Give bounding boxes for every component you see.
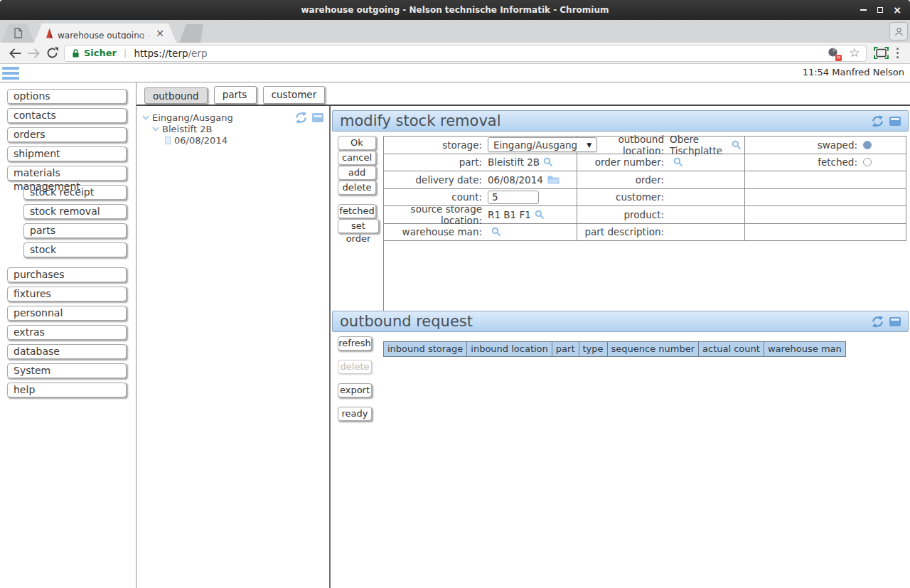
tab-outbound[interactable]: outbound: [144, 87, 208, 104]
fetched-button[interactable]: fetched: [338, 204, 376, 218]
sidebar-item-purchases[interactable]: purchases: [7, 267, 127, 282]
sidebar-item-help[interactable]: help: [7, 383, 127, 397]
window-maximize-button[interactable]: [872, 0, 889, 20]
leaf-document-icon: [165, 137, 171, 144]
back-button[interactable]: [6, 44, 24, 63]
part-value: Bleistift 2B: [488, 156, 540, 168]
column-header-type: type: [579, 341, 608, 357]
tree-node-label[interactable]: 06/08/2014: [174, 135, 228, 146]
search-icon[interactable]: [543, 157, 553, 167]
field-label: part description:: [577, 226, 664, 237]
ok-button[interactable]: Ok: [338, 136, 376, 150]
minimize-panel-icon[interactable]: [312, 113, 323, 122]
outbound-request-table-header: inbound storage inbound location part ty…: [383, 341, 846, 422]
extension-button[interactable]: ✕: [828, 47, 840, 60]
browser-tab-active[interactable]: warehouse outgoing - Ne ✕: [34, 23, 176, 43]
outbound-button-column: refresh delete export ready: [332, 336, 379, 422]
sidebar-item-shipment[interactable]: shipment: [7, 146, 127, 161]
tab-parts[interactable]: parts: [214, 86, 257, 104]
panel-header-icons: [871, 316, 901, 328]
chevron-down-icon[interactable]: [142, 115, 149, 120]
sidebar-item-personnal[interactable]: personnal: [7, 306, 127, 321]
sidebar: options contacts orders shipment materia…: [0, 82, 136, 588]
sidebar-item-contacts[interactable]: contacts: [7, 108, 127, 123]
field-storage: storage: Eingang/Ausgang ▼: [384, 137, 577, 154]
sidebar-item-database[interactable]: database: [7, 344, 127, 359]
cancel-button[interactable]: cancel: [338, 151, 376, 165]
delete-button[interactable]: delete: [338, 181, 376, 195]
maximize-icon: [877, 7, 883, 13]
sidebar-item-system[interactable]: System: [7, 363, 127, 378]
forward-button[interactable]: [24, 44, 43, 63]
tree-node-label[interactable]: Bleistift 2B: [162, 124, 212, 134]
calendar-folder-icon[interactable]: [547, 175, 560, 184]
count-input[interactable]: [488, 191, 539, 204]
search-icon[interactable]: [491, 227, 501, 237]
fetched-radio[interactable]: [863, 158, 872, 166]
export-button[interactable]: export: [338, 383, 372, 397]
minimize-icon: [860, 9, 867, 11]
hamburger-menu-button[interactable]: [2, 67, 19, 82]
refresh-icon[interactable]: [871, 115, 884, 127]
field-label: delivery date:: [384, 174, 482, 186]
add-button[interactable]: add: [338, 166, 376, 180]
field-label: source storage location:: [384, 203, 482, 226]
refresh-icon[interactable]: [871, 316, 884, 328]
window-controls: ×: [855, 0, 906, 20]
field-label: storage:: [384, 139, 482, 151]
sidebar-item-fixtures[interactable]: fixtures: [7, 287, 127, 301]
column-header-inbound-location: inbound location: [466, 341, 552, 357]
sidebar-item-stock-removal[interactable]: stock removal: [23, 204, 127, 219]
tab-customer[interactable]: customer: [263, 86, 326, 104]
tab-close-button[interactable]: ✕: [155, 28, 165, 38]
field-order: order:: [577, 171, 745, 189]
ready-button[interactable]: ready: [338, 407, 372, 421]
swaped-radio[interactable]: [863, 141, 872, 149]
empty-cell: [745, 224, 906, 242]
sidebar-item-stock-receipt[interactable]: stock receipt: [23, 185, 127, 200]
profile-button[interactable]: [889, 22, 908, 41]
browser-tab-inactive[interactable]: [1, 23, 34, 43]
set-order-button[interactable]: set order: [338, 219, 379, 233]
address-bar[interactable]: Sicher | https://terp /erp ✕ ☆: [64, 45, 867, 62]
search-icon[interactable]: [535, 210, 545, 220]
chevron-down-icon[interactable]: [152, 127, 159, 132]
reload-button[interactable]: [43, 44, 61, 63]
url-separator: |: [124, 48, 127, 58]
delete-request-button[interactable]: delete: [338, 360, 372, 374]
bookmark-star-icon[interactable]: ☆: [849, 47, 860, 59]
refresh-button[interactable]: refresh: [338, 336, 372, 351]
sidebar-item-orders[interactable]: orders: [7, 127, 127, 142]
field-warehouse-man: warehouse man:: [384, 224, 577, 242]
outbound-location-value: Obere Tischplatte: [670, 134, 728, 156]
modify-panel-body: Ok cancel add delete fetched set order s…: [332, 132, 909, 311]
tree-node-label[interactable]: Eingang/Ausgang: [152, 112, 233, 123]
panel-header-icons: [871, 115, 901, 127]
window-close-button[interactable]: ×: [889, 0, 906, 20]
presentation-mode-button[interactable]: [872, 44, 891, 63]
refresh-icon[interactable]: [294, 112, 308, 124]
sidebar-item-extras[interactable]: extras: [7, 325, 127, 340]
lock-icon: [72, 48, 80, 58]
sidebar-item-stock[interactable]: stock: [23, 242, 127, 257]
url-path[interactable]: /erp: [188, 48, 208, 59]
sidebar-item-parts[interactable]: parts: [23, 223, 127, 238]
tree-node-part[interactable]: Bleistift 2B: [136, 124, 329, 134]
search-icon[interactable]: [732, 140, 742, 150]
sidebar-item-materials-management[interactable]: materials management: [7, 166, 127, 181]
page-content: options contacts orders shipment materia…: [0, 82, 910, 588]
sidebar-item-options[interactable]: options: [7, 89, 127, 104]
hamburger-icon: [2, 67, 19, 70]
tree-node-date[interactable]: 06/08/2014: [136, 135, 329, 146]
minimize-panel-icon[interactable]: [889, 317, 901, 326]
outbound-panel-body: refresh delete export ready inbound stor…: [332, 332, 909, 422]
minimize-panel-icon[interactable]: [889, 117, 901, 126]
browser-menu-button[interactable]: [891, 48, 905, 59]
window-minimize-button[interactable]: [855, 0, 872, 20]
url-host[interactable]: https://terp: [134, 48, 188, 59]
empty-cell: [745, 206, 906, 224]
secure-label[interactable]: Sicher: [84, 48, 117, 58]
new-tab-button[interactable]: [179, 24, 203, 43]
search-icon[interactable]: [673, 157, 683, 167]
workspace: Eingang/Ausgang Bleistift 2B 06/08/2014: [136, 106, 910, 588]
